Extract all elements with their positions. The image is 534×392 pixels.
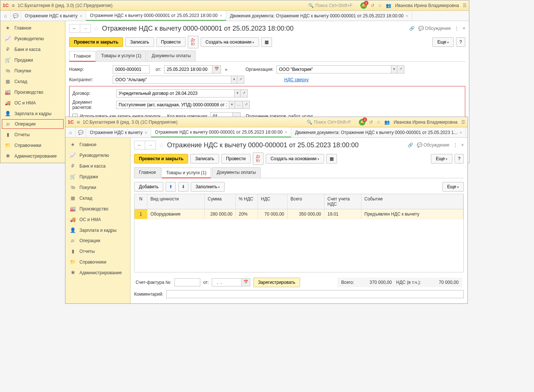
post-button[interactable]: Провести (221, 154, 251, 164)
tab-2[interactable]: Движения документа: Отражение НДС к выче… (291, 127, 466, 137)
sidebar-item-purchases[interactable]: 🛍Покупки (0, 65, 65, 76)
subtab-main[interactable]: Главное (69, 51, 96, 62)
sidebar-item-assets[interactable]: 🚚ОС и НМА (65, 214, 130, 225)
user-icon[interactable]: 👥 (384, 120, 390, 125)
structure-button[interactable]: ▦ (261, 37, 272, 47)
number-input[interactable] (113, 65, 150, 73)
user-icon[interactable]: 👥 (386, 3, 391, 8)
dropdown-icon[interactable]: ▾ (229, 101, 235, 109)
th-event[interactable]: Событие (361, 194, 463, 209)
tab-2[interactable]: Движения документа: Отражение НДС к выче… (226, 11, 412, 21)
favorite-icon[interactable]: ☆ (94, 25, 99, 32)
close-icon[interactable]: × (80, 14, 82, 18)
dropdown-icon[interactable]: ▾ (391, 65, 397, 73)
structure-button[interactable]: ▦ (326, 154, 337, 164)
subtab-main[interactable]: Главное (134, 167, 161, 178)
dtKt-button[interactable]: ДтКт (188, 36, 198, 48)
sidebar-item-assets[interactable]: 🚚ОС и НМА (0, 97, 65, 108)
sidebar-item-main[interactable]: ★Главное (65, 139, 130, 150)
comment-input[interactable] (166, 290, 464, 298)
sidebar-item-sales[interactable]: 🛒Продажи (0, 55, 65, 65)
tab-1[interactable]: Отражение НДС к вычету 0000-000001 от 25… (86, 11, 226, 21)
sidebar-item-warehouse[interactable]: ▦Склад (65, 193, 130, 203)
star-icon[interactable]: ☆ (378, 3, 382, 8)
sidebar-item-bank[interactable]: ₽Банк и касса (65, 161, 130, 171)
chat-button[interactable]: 💬 (76, 127, 86, 137)
link-icon[interactable]: 🔗 (408, 142, 413, 148)
bell-icon[interactable]: 🔔 (360, 2, 367, 9)
th-sum[interactable]: Сумма (205, 194, 236, 209)
discuss-icon[interactable]: 💬 Обсуждение (417, 142, 449, 148)
calendar-icon[interactable]: 📅 (212, 65, 221, 73)
post-close-button[interactable]: Провести и закрыть (134, 154, 188, 164)
bell-icon[interactable]: 🔔 (359, 119, 365, 125)
add-button[interactable]: Добавить (134, 182, 163, 192)
cell-event[interactable]: Предъявлен НДС к вычету (361, 209, 463, 219)
more-button[interactable]: Еще (432, 37, 454, 47)
th-type[interactable]: Вид ценности (147, 194, 205, 209)
sidebar-item-production[interactable]: 🏭Производство (65, 203, 130, 214)
link-icon[interactable]: 🔗 (409, 26, 415, 31)
post-button[interactable]: Провести (156, 37, 186, 47)
close-icon[interactable]: × (145, 130, 147, 135)
th-n[interactable]: N (135, 194, 147, 209)
forward-button[interactable]: → (145, 141, 156, 149)
cell-acc[interactable]: 19.01 (324, 209, 361, 219)
cell-vat-pct[interactable]: 20% (236, 209, 258, 219)
table-row[interactable]: 1 Оборудование 280 000,00 20% 70 000,00 … (135, 209, 463, 219)
more-button[interactable]: Еще (442, 182, 464, 192)
th-vat-pct[interactable]: % НДС (236, 194, 258, 209)
sidebar-item-main[interactable]: ★Главное (0, 23, 65, 33)
subtab-goods[interactable]: Товары и услуги (1) (96, 51, 146, 61)
fill-button[interactable]: Заполнить (191, 182, 225, 192)
sidebar-item-salary[interactable]: 👤Зарплата и кадры (65, 225, 130, 235)
create-based-button[interactable]: Создать на основании (201, 37, 259, 47)
subtab-payments[interactable]: Документы оплаты (212, 167, 261, 178)
more-icon[interactable]: ⋮ (455, 26, 459, 31)
create-based-button[interactable]: Создать на основании (266, 154, 324, 164)
settings-icon[interactable]: ☰ (463, 3, 467, 8)
sidebar-item-sales[interactable]: 🛒Продажи (65, 171, 130, 182)
subtab-goods[interactable]: Товары и услуги (1) (161, 168, 211, 178)
invoice-number-input[interactable] (174, 278, 200, 286)
cell-type[interactable]: Оборудование (147, 209, 205, 219)
search-box[interactable]: 🔍 Поиск Ctrl+Shift+F (306, 2, 355, 9)
sidebar-item-refs[interactable]: 📁Справочники (65, 257, 130, 267)
search-box[interactable]: 🔍 Поиск Ctrl+Shift+F (304, 118, 354, 126)
org-input[interactable] (276, 65, 391, 73)
close-icon[interactable]: × (285, 130, 287, 134)
history-icon[interactable]: ↺ (369, 120, 373, 125)
sidebar-item-purchases[interactable]: 🛍Покупки (65, 182, 130, 193)
close-icon[interactable]: × (461, 142, 464, 148)
chat-button[interactable]: 💬 (11, 11, 21, 21)
more-icon[interactable]: ⋮ (453, 142, 458, 148)
ellipsis-icon[interactable]: … (235, 101, 243, 109)
sidebar-item-manager[interactable]: 📈Руководителю (65, 150, 130, 161)
th-total[interactable]: Всего (288, 194, 324, 209)
discuss-icon[interactable]: 💬 Обсуждение (418, 26, 451, 31)
settlement-input[interactable] (116, 101, 229, 109)
expand-icon[interactable]: ↗ (241, 89, 248, 97)
expand-icon[interactable]: ↗ (237, 76, 244, 84)
sidebar-item-admin[interactable]: ✱Администрирование (65, 267, 130, 278)
expand-icon[interactable]: ↗ (243, 101, 250, 109)
help-button[interactable]: ? (456, 37, 465, 47)
dropdown-icon[interactable]: ▾ (231, 76, 237, 84)
move-down-button[interactable]: ⬇ (178, 182, 188, 192)
table-body[interactable]: 1 Оборудование 280 000,00 20% 70 000,00 … (135, 209, 463, 272)
expand-icon[interactable]: ↗ (397, 65, 404, 73)
sidebar-item-salary[interactable]: 👤Зарплата и кадры (0, 108, 65, 119)
dropdown-icon[interactable]: ▾ (234, 89, 241, 97)
user-name[interactable]: Иванова Ирина Владимировна (395, 3, 459, 8)
home-button[interactable]: ⌂ (0, 11, 11, 21)
move-up-button[interactable]: ⬆ (166, 182, 176, 192)
settings-icon[interactable]: ☰ (461, 120, 465, 125)
sidebar-item-manager[interactable]: 📈Руководителю (0, 33, 65, 44)
menu-icon[interactable]: ≡ (12, 3, 15, 8)
favorite-icon[interactable]: ☆ (159, 142, 164, 149)
contract-input[interactable] (116, 89, 234, 97)
calendar-icon[interactable]: 📅 (241, 278, 250, 286)
more-button[interactable]: Еще (431, 154, 452, 164)
dtKt-button[interactable]: ДтКт (253, 152, 263, 165)
close-icon[interactable]: × (460, 130, 462, 135)
